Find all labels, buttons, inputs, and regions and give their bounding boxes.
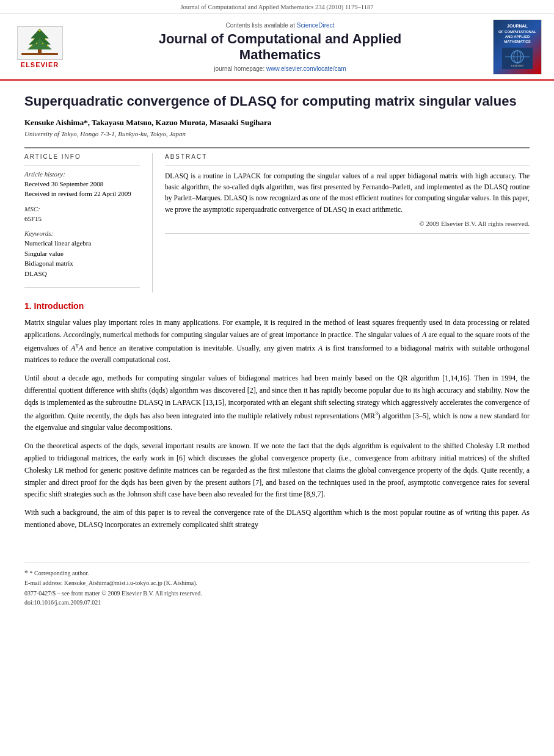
authors-text: Kensuke Aishima*, Takayasu Matsuo, Kazuo… bbox=[24, 118, 271, 127]
homepage-label: journal homepage: bbox=[214, 65, 264, 72]
journal-title-center: Contents lists available at ScienceDirec… bbox=[67, 22, 493, 73]
keywords-label: Keywords: bbox=[24, 230, 140, 237]
abstract-column: ABSTRACT DLASQ is a routine in LAPACK fo… bbox=[153, 153, 530, 293]
journal-header: ELSEVIER Contents lists available at Sci… bbox=[0, 13, 554, 81]
contents-label: Contents lists available at bbox=[226, 22, 295, 29]
authors-line: Kensuke Aishima*, Takayasu Matsuo, Kazuo… bbox=[24, 118, 530, 128]
elsevier-tree-graphic bbox=[17, 26, 63, 60]
article-info-column: ARTICLE INFO Article history: Received 3… bbox=[24, 153, 153, 293]
received-revised-date: Received in revised form 22 April 2009 bbox=[24, 189, 140, 199]
journal-cover-image: JOURNAL OF COMPUTATIONAL AND APPLIED MAT… bbox=[493, 20, 542, 75]
keywords-bidiagonal: Bidiagonal matrix bbox=[24, 258, 140, 269]
svg-point-11 bbox=[42, 43, 43, 44]
footer: * * Corresponding author. E-mail address… bbox=[24, 562, 530, 612]
main-content: Superquadratic convergence of DLASQ for … bbox=[0, 81, 554, 550]
elsevier-brand-text: ELSEVIER bbox=[21, 61, 59, 68]
svg-point-6 bbox=[33, 39, 34, 40]
corresponding-author-text: * Corresponding author. bbox=[30, 570, 89, 576]
homepage-line: journal homepage: www.elsevier.com/locat… bbox=[73, 65, 487, 72]
history-label: Article history: bbox=[24, 170, 140, 178]
email-address: Kensuke_Aishima@mist.i.u-tokyo.ac.jp (K.… bbox=[64, 580, 197, 586]
doi-text: doi:10.1016/j.cam.2009.07.021 bbox=[24, 599, 530, 606]
svg-point-8 bbox=[31, 45, 32, 46]
keywords-dlasq: DLASQ bbox=[24, 269, 140, 279]
article-info-abstract-section: ARTICLE INFO Article history: Received 3… bbox=[24, 153, 530, 293]
article-info-header: ARTICLE INFO bbox=[24, 153, 140, 160]
homepage-link[interactable]: www.elsevier.com/locate/cam bbox=[266, 65, 346, 72]
paper-title: Superquadratic convergence of DLASQ for … bbox=[24, 93, 530, 111]
svg-point-9 bbox=[47, 45, 48, 46]
svg-point-5 bbox=[39, 30, 41, 32]
abstract-header: ABSTRACT bbox=[165, 153, 530, 160]
intro-paragraph-1: Matrix singular values play important ro… bbox=[24, 317, 530, 366]
intro-paragraph-3: On the theoretical aspects of the dqds, … bbox=[24, 440, 530, 501]
journal-reference-text: Journal of Computational and Applied Mat… bbox=[181, 4, 374, 10]
msc-label: MSC: bbox=[24, 205, 140, 213]
affiliation-line: University of Tokyo, Hongo 7-3-1, Bunkyo… bbox=[24, 130, 530, 137]
elsevier-logo: ELSEVIER bbox=[12, 26, 67, 68]
msc-value: 65F15 bbox=[24, 214, 140, 224]
divider-info-bottom bbox=[24, 287, 140, 288]
email-note: E-mail address: Kensuke_Aishima@mist.i.u… bbox=[24, 578, 530, 587]
divider-abstract-top bbox=[165, 165, 530, 165]
svg-point-10 bbox=[36, 43, 37, 44]
keywords-numerical: Numerical linear algebra bbox=[24, 238, 140, 249]
corresponding-author-note: * * Corresponding author. bbox=[24, 567, 530, 578]
contents-line: Contents lists available at ScienceDirec… bbox=[73, 22, 487, 29]
journal-main-title: Journal of Computational and Applied Mat… bbox=[73, 31, 487, 64]
abstract-text: DLASQ is a routine in LAPACK for computi… bbox=[165, 170, 530, 216]
journal-reference-bar: Journal of Computational and Applied Mat… bbox=[0, 0, 554, 13]
section1-title: 1. Introduction bbox=[24, 301, 530, 311]
star-symbol: * bbox=[24, 569, 28, 577]
received-date: Received 30 September 2008 bbox=[24, 179, 140, 189]
divider-abstract-bottom bbox=[165, 233, 530, 234]
cover-text: JOURNAL OF COMPUTATIONAL AND APPLIED MAT… bbox=[498, 23, 536, 71]
license-text: 0377-0427/$ – see front matter © 2009 El… bbox=[24, 590, 530, 597]
sciencedirect-link[interactable]: ScienceDirect bbox=[297, 22, 335, 29]
divider-thick bbox=[24, 147, 530, 148]
email-label: E-mail address: bbox=[24, 580, 62, 586]
svg-point-7 bbox=[45, 39, 46, 40]
intro-paragraph-4: With such a background, the aim of this … bbox=[24, 507, 530, 531]
copyright-line: © 2009 Elsevier B.V. All rights reserved… bbox=[165, 220, 530, 227]
keywords-singular: Singular value bbox=[24, 249, 140, 259]
divider-info-top bbox=[24, 165, 140, 165]
svg-text:ELSEVIER: ELSEVIER bbox=[511, 64, 523, 67]
intro-paragraph-2: Until about a decade ago, methods for co… bbox=[24, 373, 530, 434]
